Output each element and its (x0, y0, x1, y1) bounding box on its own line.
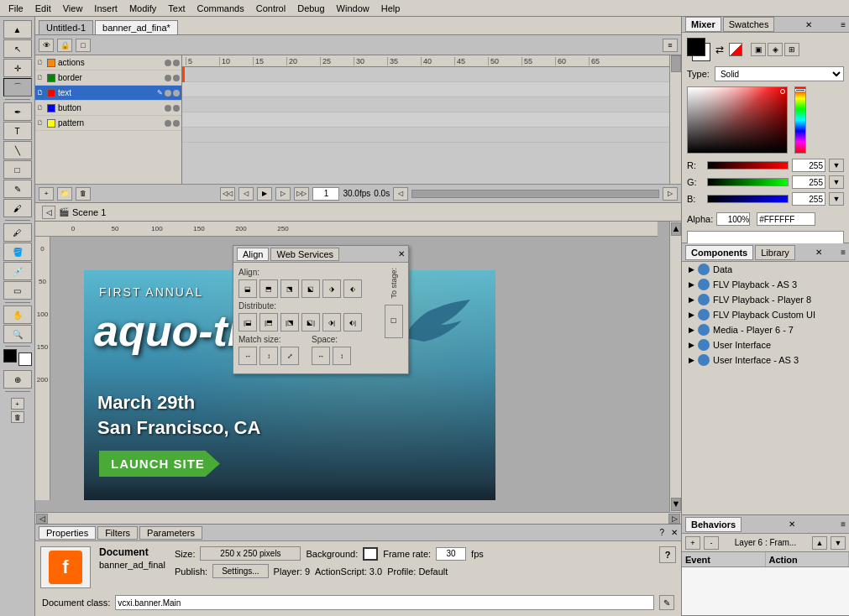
menubar-help[interactable]: Help (376, 2, 406, 15)
comp-ui[interactable]: ▶ User Interface (682, 337, 849, 352)
menubar-control[interactable]: Control (251, 2, 291, 15)
hex-input[interactable] (757, 212, 815, 226)
tool-pen[interactable]: ✒ (3, 102, 32, 121)
expand-data-btn[interactable]: ▶ (685, 264, 697, 275)
tool-line[interactable]: ╲ (3, 141, 32, 159)
expand-flv-p8-btn[interactable]: ▶ (685, 294, 697, 305)
tl-prev-frame-btn[interactable]: ◁ (238, 187, 254, 201)
type-dropdown[interactable]: Solid (715, 66, 844, 81)
behaviors-close-btn[interactable]: ✕ (789, 519, 795, 529)
doc-tab-untitled[interactable]: Untitled-1 (39, 20, 93, 34)
space-v-btn[interactable]: ↕ (333, 347, 351, 365)
mixer-menu-btn[interactable]: ≡ (841, 20, 846, 29)
btn-del-layer[interactable]: 🗑 (11, 411, 24, 423)
tl-prev-keyframe-btn[interactable]: ◁◁ (220, 187, 235, 201)
canvas-v-scrollbar[interactable]: ▲ ▼ (669, 222, 681, 512)
expand-ui-btn[interactable]: ▶ (685, 339, 697, 351)
r-dropdown[interactable]: ▼ (829, 159, 844, 172)
hue-bar[interactable] (794, 86, 806, 154)
align-right-btn[interactable]: ⬔ (280, 279, 299, 298)
menubar-insert[interactable]: Insert (89, 2, 123, 15)
beh-add-btn[interactable]: + (685, 536, 700, 550)
tl-lock-btn[interactable]: 🔒 (57, 39, 72, 52)
components-tab[interactable]: Components (685, 245, 753, 260)
dist-bottom-btn[interactable]: ⬖| (343, 313, 362, 331)
web-services-tab[interactable]: Web Services (270, 248, 339, 261)
tool-snap[interactable]: ⊕ (3, 370, 32, 389)
layer-row-text[interactable]: 🗋 text ✎ (35, 86, 181, 101)
comp-flv-custom[interactable]: ▶ FLV Playback Custom UI (682, 307, 849, 322)
behaviors-tab[interactable]: Behaviors (685, 517, 742, 532)
expand-flv-as3-btn[interactable]: ▶ (685, 279, 697, 290)
tool-select[interactable]: ▲ (3, 20, 32, 39)
canvas-h-scrollbar[interactable]: ◁ ▷ (35, 512, 681, 524)
dist-left-btn[interactable]: |⬓ (238, 313, 257, 331)
tl-next-frame-btn[interactable]: ▷ (275, 187, 291, 201)
tool-brush[interactable]: 🖌 (3, 199, 32, 217)
canvas-launch-btn[interactable]: LAUNCH SITE (99, 451, 220, 477)
expand-flv-custom-btn[interactable]: ▶ (685, 309, 697, 321)
align-left-btn[interactable]: ⬓ (238, 279, 257, 298)
mixer-close-btn[interactable]: ✕ (805, 20, 812, 29)
doc-class-edit-btn[interactable]: ✎ (659, 595, 674, 610)
no-color-btn[interactable] (729, 43, 742, 56)
expand-media-btn[interactable]: ▶ (685, 324, 697, 336)
tool-transform[interactable]: ✛ (3, 59, 32, 77)
tool-pencil[interactable]: ✎ (3, 180, 32, 198)
comp-data[interactable]: ▶ Data (682, 262, 849, 277)
r-slider[interactable] (707, 161, 789, 170)
menubar-text[interactable]: Text (163, 2, 190, 15)
menubar-edit[interactable]: Edit (30, 2, 56, 15)
scene-back-btn[interactable]: ◁ (42, 206, 55, 219)
swap-colors-btn[interactable]: ⇄ (715, 44, 724, 55)
g-dropdown[interactable]: ▼ (829, 175, 844, 189)
mixer-tab[interactable]: Mixer (685, 17, 721, 32)
bg-color-btn[interactable] (363, 547, 378, 561)
match-height-btn[interactable]: ↕ (259, 347, 278, 365)
menubar-debug[interactable]: Debug (292, 2, 329, 15)
r-input[interactable] (792, 159, 825, 172)
comp-ui-as3[interactable]: ▶ User Interface - AS 3 (682, 352, 849, 368)
tool-lasso[interactable]: ⌒ (3, 78, 32, 97)
swatches-tab[interactable]: Swatches (723, 17, 775, 32)
dist-top-btn[interactable]: ⬕| (301, 313, 320, 331)
fps-input[interactable] (436, 547, 466, 561)
library-tab[interactable]: Library (755, 245, 795, 260)
doc-class-input[interactable] (115, 595, 654, 610)
beh-del-btn[interactable]: - (704, 536, 719, 550)
beh-up-btn[interactable]: ▲ (812, 536, 827, 550)
tl-next-keyframe-btn[interactable]: ▷▷ (294, 187, 309, 201)
color-tool-btn1[interactable]: ▣ (751, 43, 766, 56)
comp-flv-as3[interactable]: ▶ FLV Playback - AS 3 (682, 277, 849, 292)
layer-row-actions[interactable]: 🗋 actions (35, 55, 181, 70)
match-both-btn[interactable]: ⤢ (280, 347, 299, 365)
expand-ui-as3-btn[interactable]: ▶ (685, 354, 697, 366)
layer-row-pattern[interactable]: 🗋 pattern (35, 116, 181, 131)
menubar-window[interactable]: Window (332, 2, 375, 15)
color-tool-btn3[interactable]: ⊞ (784, 43, 799, 56)
align-top-btn[interactable]: ⬕ (301, 279, 320, 298)
doc-tab-banner[interactable]: banner_ad_fina* (95, 20, 178, 34)
match-width-btn[interactable]: ↔ (238, 347, 257, 365)
tool-subselect[interactable]: ↖ (3, 39, 32, 58)
tl-eye-btn[interactable]: 👁 (39, 39, 54, 52)
filters-tab[interactable]: Filters (97, 526, 138, 540)
size-btn[interactable] (200, 546, 301, 561)
align-panel-header[interactable]: Align Web Services ✕ (233, 246, 408, 263)
dist-center-v-btn[interactable]: ⬗| (322, 313, 341, 331)
menubar-modify[interactable]: Modify (124, 2, 161, 15)
layer-row-button[interactable]: 🗋 button (35, 101, 181, 116)
tl-new-layer-btn[interactable]: + (39, 187, 54, 201)
props-close-btn[interactable]: ? (659, 528, 664, 537)
btn-add-layer[interactable]: + (11, 398, 24, 410)
behaviors-menu-btn[interactable]: ≡ (841, 519, 846, 529)
tool-eraser[interactable]: ▭ (3, 281, 32, 300)
dist-center-h-btn[interactable]: |⬒ (259, 313, 278, 331)
tool-text[interactable]: T (3, 122, 32, 140)
tool-rect[interactable]: □ (3, 160, 32, 179)
comp-media[interactable]: ▶ Media - Player 6 - 7 (682, 322, 849, 337)
align-tab[interactable]: Align (237, 248, 269, 261)
dist-right-btn[interactable]: |⬔ (280, 313, 299, 331)
beh-down-btn[interactable]: ▼ (831, 536, 846, 550)
help-btn[interactable]: ? (659, 546, 676, 563)
